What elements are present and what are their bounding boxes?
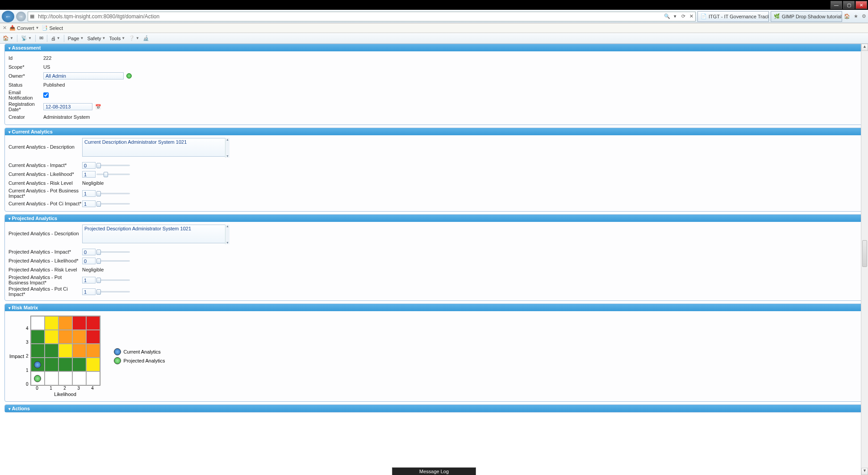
print-menu[interactable]: 🖨▼ <box>51 36 60 41</box>
dropdown-icon[interactable]: ▾ <box>671 13 679 19</box>
window-titlebar: — ▢ ✕ <box>0 0 868 10</box>
url-input[interactable] <box>36 13 663 20</box>
chevron-down-icon: ▼ <box>36 26 39 30</box>
window-maximize-button[interactable]: ▢ <box>843 1 855 9</box>
tab-favicon-icon: 📄 <box>701 13 707 20</box>
browser-tab-active[interactable]: 📄 ITGT - IT Governance Track... ✕ <box>697 11 769 22</box>
convert-icon: 📥 <box>9 25 16 31</box>
addon-toolbar: ✕ 📥 Convert ▼ 📑 Select <box>0 23 868 33</box>
convert-button[interactable]: 📥 Convert ▼ <box>9 25 39 31</box>
read-mail-button[interactable]: ✉ <box>39 35 43 41</box>
research-button[interactable]: 🔬 <box>143 35 149 41</box>
search-icon[interactable]: 🔍 <box>663 13 671 19</box>
nav-back-button[interactable]: ← <box>2 11 14 22</box>
tools-gear-icon[interactable]: ⚙ <box>862 13 866 19</box>
convert-label: Convert <box>17 25 34 31</box>
mail-icon: ✉ <box>39 35 43 41</box>
address-bar[interactable]: ▦ 🔍 ▾ ⟳ ✕ <box>28 12 696 21</box>
feeds-menu[interactable]: 📡▼ <box>21 35 32 41</box>
stop-icon[interactable]: ✕ <box>687 13 695 19</box>
help-menu[interactable]: ❔▼ <box>129 35 139 41</box>
browser-navbar: ← → ▦ 🔍 ▾ ⟳ ✕ 📄 ITGT - IT Governance Tra… <box>0 10 868 23</box>
print-icon: 🖨 <box>51 36 56 41</box>
tab-title: GIMP Drop Shadow tutorial - T... <box>782 14 842 19</box>
rss-icon: 📡 <box>21 35 27 41</box>
window-minimize-button[interactable]: — <box>830 1 842 9</box>
tools-menu[interactable]: Tools▼ <box>109 36 125 41</box>
window-close-button[interactable]: ✕ <box>855 1 867 9</box>
page-favicon-icon: ▦ <box>28 13 36 19</box>
select-button[interactable]: 📑 Select <box>42 25 63 31</box>
tab-favicon-icon: 🌿 <box>774 13 780 20</box>
safety-menu[interactable]: Safety▼ <box>87 36 105 41</box>
toolbar-close-icon[interactable]: ✕ <box>3 25 7 31</box>
page-menu[interactable]: Page▼ <box>68 36 84 41</box>
home-icon[interactable]: 🏠 <box>844 13 850 19</box>
ie-command-bar: 🏠▼ 📡▼ ✉ 🖨▼ Page▼ Safety▼ Tools▼ ❔▼ 🔬 <box>0 33 868 44</box>
help-icon: ❔ <box>129 35 135 41</box>
tab-title: ITGT - IT Governance Track... <box>709 14 769 19</box>
browser-tab[interactable]: 🌿 GIMP Drop Shadow tutorial - T... <box>771 11 842 22</box>
select-label: Select <box>49 25 63 31</box>
favorites-icon[interactable]: ★ <box>854 13 858 19</box>
select-icon: 📑 <box>42 25 48 31</box>
navbar-right-icons: 🏠 ★ ⚙ <box>844 13 866 19</box>
home-menu[interactable]: 🏠▼ <box>3 35 13 41</box>
home-icon: 🏠 <box>3 35 9 41</box>
research-icon: 🔬 <box>143 35 149 41</box>
nav-forward-button[interactable]: → <box>16 12 26 21</box>
refresh-icon[interactable]: ⟳ <box>679 13 687 19</box>
